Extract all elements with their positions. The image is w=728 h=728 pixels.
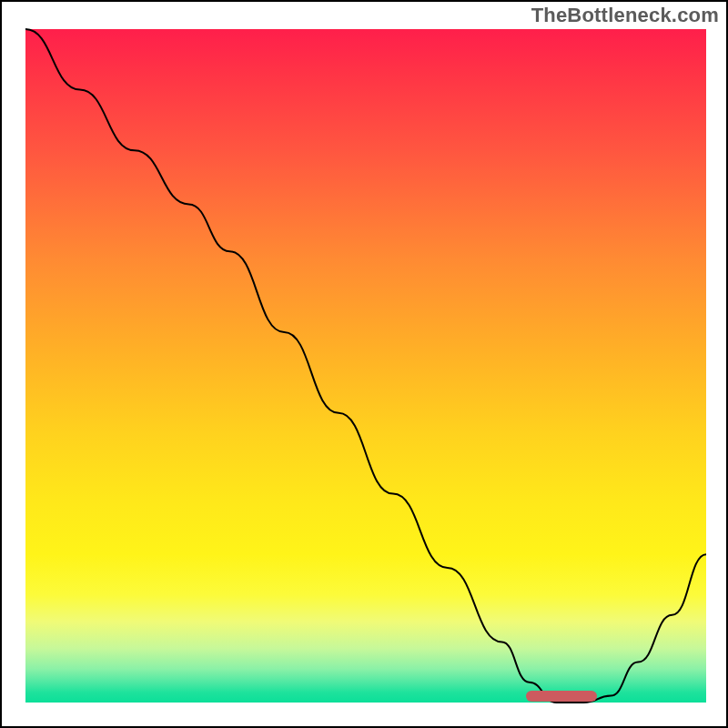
optimum-range-marker [526,691,598,702]
curve-path [25,29,706,703]
plot-area [25,29,706,703]
chart-frame: TheBottleneck.com [0,0,728,728]
watermark-text: TheBottleneck.com [531,4,719,27]
curve-svg [25,29,706,703]
